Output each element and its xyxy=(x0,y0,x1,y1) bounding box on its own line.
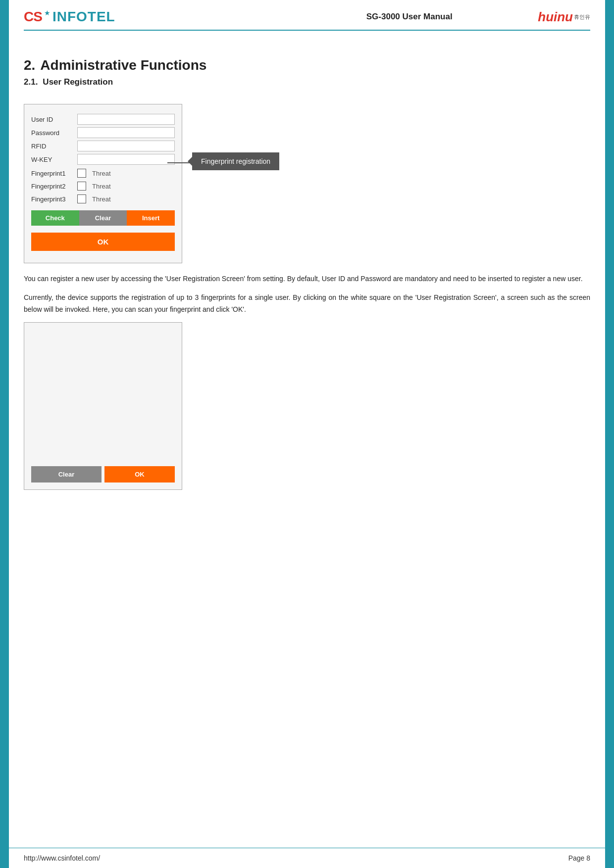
form-action-buttons: Check Clear Insert xyxy=(31,210,175,226)
fp1-threat-label: Threat xyxy=(92,170,111,177)
section-number: 2. xyxy=(24,57,35,73)
fp2-label: Fingerprint2 xyxy=(31,183,73,190)
footer-page: Page 8 xyxy=(568,854,590,862)
left-accent-bar xyxy=(0,0,9,868)
fingerprint-scan-box: Clear OK xyxy=(24,322,182,490)
clear-button[interactable]: Clear xyxy=(79,210,127,226)
logo-cs-text: CS xyxy=(24,9,42,25)
fp2-threat-label: Threat xyxy=(92,183,111,190)
password-label: Password xyxy=(31,129,73,137)
page-title: SG-3000 User Manual xyxy=(281,12,538,22)
right-accent-bar xyxy=(605,0,614,868)
user-registration-form: User ID Password RFID W-KEY Fingerprint1 xyxy=(24,104,182,263)
scan-display-area xyxy=(24,323,182,461)
fingerprint-registration-callout: Fingerprint registration xyxy=(192,152,279,170)
userid-input[interactable] xyxy=(77,114,175,125)
logo-star-icon: ★ xyxy=(44,9,51,17)
logo-infotel-text: INFOTEL xyxy=(52,9,115,25)
huinu-sub-text: 휴인유 xyxy=(574,13,590,21)
fingerprint1-row: Fingerprint1 Threat xyxy=(31,169,175,178)
page-footer: http://www.csinfotel.com/ Page 8 xyxy=(9,848,605,868)
logo-area: CS ★ INFOTEL xyxy=(24,9,281,25)
userid-label: User ID xyxy=(31,116,73,123)
insert-button[interactable]: Insert xyxy=(127,210,175,226)
wkey-input[interactable] xyxy=(77,154,175,165)
fp3-label: Fingerprint3 xyxy=(31,195,73,203)
fp1-label: Fingerprint1 xyxy=(31,170,73,177)
body-paragraph-2: Currently, the device supports the regis… xyxy=(24,292,590,316)
subsection-title: User Registration xyxy=(43,77,113,87)
wkey-row: W-KEY xyxy=(31,154,175,165)
huinu-brand-text: huinu xyxy=(538,9,573,25)
rfid-input[interactable] xyxy=(77,141,175,151)
fp1-checkbox[interactable] xyxy=(77,169,86,178)
section-title: Administrative Functions xyxy=(40,57,206,73)
ok-button[interactable]: OK xyxy=(31,233,175,251)
password-row: Password xyxy=(31,127,175,138)
check-button[interactable]: Check xyxy=(31,210,79,226)
ok-row: OK xyxy=(31,231,175,256)
form-container: User ID Password RFID W-KEY Fingerprint1 xyxy=(24,104,590,263)
subsection-number: 2.1. xyxy=(24,77,38,87)
body-paragraph-1: You can register a new user by accessing… xyxy=(24,273,590,285)
rfid-label: RFID xyxy=(31,143,73,150)
footer-url: http://www.csinfotel.com/ xyxy=(24,854,100,862)
userid-row: User ID xyxy=(31,114,175,125)
fp2-checkbox[interactable] xyxy=(77,182,86,191)
huinu-logo: huinu 휴인유 xyxy=(538,9,590,25)
password-input[interactable] xyxy=(77,127,175,138)
connector-line xyxy=(167,162,195,163)
page-header: CS ★ INFOTEL SG-3000 User Manual huinu 휴… xyxy=(24,0,590,31)
scan-ok-button[interactable]: OK xyxy=(104,466,175,482)
fingerprint2-row: Fingerprint2 Threat xyxy=(31,182,175,191)
csinfotel-logo: CS ★ INFOTEL xyxy=(24,9,115,25)
rfid-row: RFID xyxy=(31,141,175,151)
fp3-checkbox[interactable] xyxy=(77,194,86,203)
scan-clear-button[interactable]: Clear xyxy=(31,466,102,482)
fp3-threat-label: Threat xyxy=(92,195,111,203)
scan-action-buttons: Clear OK xyxy=(24,461,182,489)
fingerprint3-row: Fingerprint3 Threat xyxy=(31,194,175,203)
callout-text: Fingerprint registration xyxy=(201,157,270,165)
wkey-label: W-KEY xyxy=(31,156,73,163)
